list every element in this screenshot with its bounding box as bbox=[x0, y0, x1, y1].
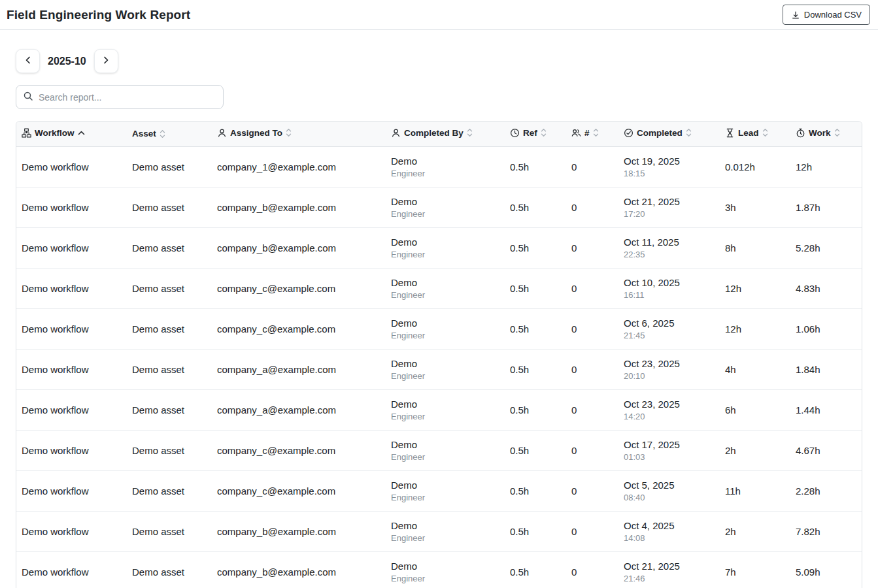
sort-icon[interactable] bbox=[593, 128, 599, 137]
completed-date: Oct 21, 2025 bbox=[624, 196, 715, 207]
table-row[interactable]: Demo workflow Demo asset company_b@examp… bbox=[16, 511, 862, 551]
person-icon bbox=[391, 128, 401, 138]
cell-completed: Oct 23, 2025 14:20 bbox=[618, 389, 720, 430]
sort-icon[interactable] bbox=[686, 128, 692, 137]
completed-by-name: Demo bbox=[391, 318, 499, 329]
cell-asset: Demo asset bbox=[127, 187, 212, 227]
cell-count: 0 bbox=[566, 308, 618, 349]
cell-assigned-to: company_b@example.com bbox=[212, 187, 386, 227]
column-header-workflow[interactable]: Workflow bbox=[16, 122, 127, 146]
chevron-left-icon bbox=[23, 55, 33, 67]
column-header-completed-by[interactable]: Completed By bbox=[386, 122, 505, 146]
cell-assigned-to: company_a@example.com bbox=[212, 349, 386, 389]
cell-lead: 4h bbox=[720, 349, 790, 389]
completed-time: 08:40 bbox=[624, 493, 715, 502]
cell-assigned-to: company_c@example.com bbox=[212, 470, 386, 511]
completed-date: Oct 17, 2025 bbox=[624, 439, 715, 450]
cell-lead: 0.012h bbox=[720, 146, 790, 187]
column-label: Workflow bbox=[35, 128, 75, 138]
completed-date: Oct 5, 2025 bbox=[624, 480, 715, 491]
cell-work: 1.87h bbox=[790, 187, 862, 227]
cell-lead: 11h bbox=[720, 470, 790, 511]
cell-lead: 6h bbox=[720, 389, 790, 430]
cell-completed-by: Demo Engineer bbox=[386, 551, 505, 588]
sort-icon[interactable] bbox=[467, 128, 473, 137]
sort-icon[interactable] bbox=[160, 129, 165, 139]
sort-ascending-icon[interactable] bbox=[78, 131, 85, 135]
cell-asset: Demo asset bbox=[127, 146, 212, 187]
search-icon bbox=[23, 91, 33, 104]
cell-work: 5.09h bbox=[790, 551, 862, 588]
download-csv-button[interactable]: Download CSV bbox=[783, 5, 870, 25]
cell-workflow: Demo workflow bbox=[16, 511, 127, 551]
completed-time: 14:20 bbox=[624, 412, 715, 421]
column-header-work[interactable]: Work bbox=[790, 122, 862, 146]
completed-date: Oct 23, 2025 bbox=[624, 358, 715, 369]
stopwatch-icon bbox=[796, 128, 805, 138]
table-row[interactable]: Demo workflow Demo asset company_b@examp… bbox=[16, 187, 862, 227]
table-row[interactable]: Demo workflow Demo asset company_c@examp… bbox=[16, 470, 862, 511]
table-row[interactable]: Demo workflow Demo asset company_b@examp… bbox=[16, 551, 862, 588]
cell-ref: 0.5h bbox=[505, 511, 566, 551]
cell-asset: Demo asset bbox=[127, 227, 212, 268]
cell-ref: 0.5h bbox=[505, 308, 566, 349]
column-header-assigned-to[interactable]: Assigned To bbox=[212, 122, 386, 146]
sort-icon[interactable] bbox=[834, 128, 840, 137]
cell-ref: 0.5h bbox=[505, 470, 566, 511]
cell-count: 0 bbox=[566, 470, 618, 511]
cell-lead: 2h bbox=[720, 430, 790, 470]
table-row[interactable]: Demo workflow Demo asset company_1@examp… bbox=[16, 146, 862, 187]
table-row[interactable]: Demo workflow Demo asset company_b@examp… bbox=[16, 227, 862, 268]
month-label: 2025-10 bbox=[48, 56, 86, 67]
report-table: Workflow Asset Assigned To bbox=[16, 121, 862, 588]
cell-completed-by: Demo Engineer bbox=[386, 349, 505, 389]
table-row[interactable]: Demo workflow Demo asset company_c@examp… bbox=[16, 430, 862, 470]
cell-ref: 0.5h bbox=[505, 430, 566, 470]
column-header-lead[interactable]: Lead bbox=[720, 122, 790, 146]
cell-completed: Oct 19, 2025 18:15 bbox=[618, 146, 720, 187]
column-header-completed[interactable]: Completed bbox=[618, 122, 720, 146]
search-input[interactable] bbox=[39, 92, 216, 103]
table-row[interactable]: Demo workflow Demo asset company_a@examp… bbox=[16, 389, 862, 430]
completed-date: Oct 10, 2025 bbox=[624, 277, 715, 288]
cell-assigned-to: company_c@example.com bbox=[212, 268, 386, 308]
cell-completed: Oct 23, 2025 20:10 bbox=[618, 349, 720, 389]
sort-icon[interactable] bbox=[286, 128, 292, 137]
table-row[interactable]: Demo workflow Demo asset company_c@examp… bbox=[16, 308, 862, 349]
cell-work: 12h bbox=[790, 146, 862, 187]
cell-ref: 0.5h bbox=[505, 349, 566, 389]
cell-completed: Oct 5, 2025 08:40 bbox=[618, 470, 720, 511]
page-title: Field Engineering Work Report bbox=[7, 8, 190, 22]
completed-by-name: Demo bbox=[391, 399, 499, 410]
cell-workflow: Demo workflow bbox=[16, 146, 127, 187]
completed-date: Oct 6, 2025 bbox=[624, 318, 715, 329]
next-month-button[interactable] bbox=[94, 49, 118, 73]
cell-work: 1.06h bbox=[790, 308, 862, 349]
column-label: Ref bbox=[523, 128, 537, 138]
cell-completed-by: Demo Engineer bbox=[386, 389, 505, 430]
hourglass-icon bbox=[725, 128, 735, 138]
completed-by-name: Demo bbox=[391, 237, 499, 248]
completed-date: Oct 21, 2025 bbox=[624, 561, 715, 572]
cell-count: 0 bbox=[566, 511, 618, 551]
column-header-asset[interactable]: Asset bbox=[127, 122, 212, 146]
cell-workflow: Demo workflow bbox=[16, 227, 127, 268]
cell-work: 5.28h bbox=[790, 227, 862, 268]
completed-by-role: Engineer bbox=[391, 371, 499, 381]
cell-count: 0 bbox=[566, 430, 618, 470]
search-box[interactable] bbox=[16, 85, 224, 109]
column-header-ref[interactable]: Ref bbox=[505, 122, 566, 146]
completed-by-role: Engineer bbox=[391, 412, 499, 421]
completed-time: 18:15 bbox=[624, 169, 715, 178]
column-header-count[interactable]: # bbox=[566, 122, 618, 146]
person-icon bbox=[217, 128, 227, 138]
table-header-row: Workflow Asset Assigned To bbox=[16, 122, 862, 146]
table-row[interactable]: Demo workflow Demo asset company_c@examp… bbox=[16, 268, 862, 308]
cell-completed-by: Demo Engineer bbox=[386, 146, 505, 187]
previous-month-button[interactable] bbox=[16, 49, 40, 73]
sort-icon[interactable] bbox=[762, 128, 768, 137]
sort-icon[interactable] bbox=[541, 128, 547, 137]
cell-completed-by: Demo Engineer bbox=[386, 227, 505, 268]
table-row[interactable]: Demo workflow Demo asset company_a@examp… bbox=[16, 349, 862, 389]
cell-workflow: Demo workflow bbox=[16, 389, 127, 430]
